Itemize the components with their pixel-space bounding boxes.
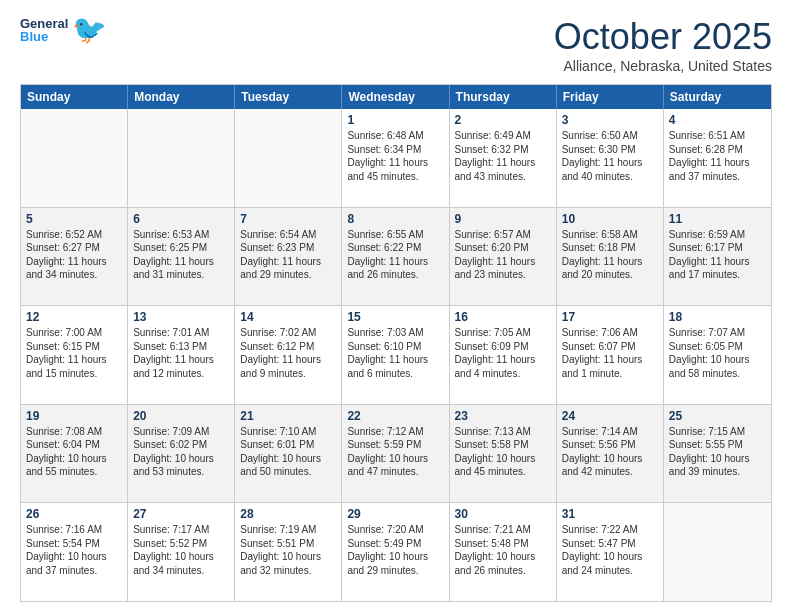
day-number: 10	[562, 212, 658, 226]
table-row: 29Sunrise: 7:20 AM Sunset: 5:49 PM Dayli…	[342, 503, 449, 601]
header-thursday: Thursday	[450, 85, 557, 109]
day-info: Sunrise: 7:20 AM Sunset: 5:49 PM Dayligh…	[347, 523, 443, 577]
day-info: Sunrise: 7:13 AM Sunset: 5:58 PM Dayligh…	[455, 425, 551, 479]
header-tuesday: Tuesday	[235, 85, 342, 109]
day-number: 23	[455, 409, 551, 423]
day-number: 14	[240, 310, 336, 324]
day-info: Sunrise: 6:53 AM Sunset: 6:25 PM Dayligh…	[133, 228, 229, 282]
day-info: Sunrise: 7:08 AM Sunset: 6:04 PM Dayligh…	[26, 425, 122, 479]
day-number: 9	[455, 212, 551, 226]
day-number: 20	[133, 409, 229, 423]
day-info: Sunrise: 6:52 AM Sunset: 6:27 PM Dayligh…	[26, 228, 122, 282]
header-sunday: Sunday	[21, 85, 128, 109]
calendar-row: 1Sunrise: 6:48 AM Sunset: 6:34 PM Daylig…	[21, 109, 771, 208]
table-row: 6Sunrise: 6:53 AM Sunset: 6:25 PM Daylig…	[128, 208, 235, 306]
day-number: 4	[669, 113, 766, 127]
day-number: 25	[669, 409, 766, 423]
day-number: 24	[562, 409, 658, 423]
table-row: 21Sunrise: 7:10 AM Sunset: 6:01 PM Dayli…	[235, 405, 342, 503]
day-info: Sunrise: 7:15 AM Sunset: 5:55 PM Dayligh…	[669, 425, 766, 479]
table-row: 30Sunrise: 7:21 AM Sunset: 5:48 PM Dayli…	[450, 503, 557, 601]
table-row: 5Sunrise: 6:52 AM Sunset: 6:27 PM Daylig…	[21, 208, 128, 306]
day-number: 13	[133, 310, 229, 324]
calendar-body: 1Sunrise: 6:48 AM Sunset: 6:34 PM Daylig…	[21, 109, 771, 601]
logo: General Blue 🐦	[20, 16, 107, 44]
day-number: 2	[455, 113, 551, 127]
header-monday: Monday	[128, 85, 235, 109]
title-block: October 2025 Alliance, Nebraska, United …	[554, 16, 772, 74]
table-row: 12Sunrise: 7:00 AM Sunset: 6:15 PM Dayli…	[21, 306, 128, 404]
table-row	[235, 109, 342, 207]
day-number: 3	[562, 113, 658, 127]
table-row	[128, 109, 235, 207]
day-info: Sunrise: 7:06 AM Sunset: 6:07 PM Dayligh…	[562, 326, 658, 380]
day-info: Sunrise: 7:09 AM Sunset: 6:02 PM Dayligh…	[133, 425, 229, 479]
table-row: 24Sunrise: 7:14 AM Sunset: 5:56 PM Dayli…	[557, 405, 664, 503]
table-row: 23Sunrise: 7:13 AM Sunset: 5:58 PM Dayli…	[450, 405, 557, 503]
table-row: 2Sunrise: 6:49 AM Sunset: 6:32 PM Daylig…	[450, 109, 557, 207]
day-number: 6	[133, 212, 229, 226]
day-number: 17	[562, 310, 658, 324]
day-info: Sunrise: 7:12 AM Sunset: 5:59 PM Dayligh…	[347, 425, 443, 479]
table-row: 3Sunrise: 6:50 AM Sunset: 6:30 PM Daylig…	[557, 109, 664, 207]
table-row: 18Sunrise: 7:07 AM Sunset: 6:05 PM Dayli…	[664, 306, 771, 404]
header-wednesday: Wednesday	[342, 85, 449, 109]
table-row: 28Sunrise: 7:19 AM Sunset: 5:51 PM Dayli…	[235, 503, 342, 601]
day-info: Sunrise: 7:14 AM Sunset: 5:56 PM Dayligh…	[562, 425, 658, 479]
day-number: 28	[240, 507, 336, 521]
table-row: 31Sunrise: 7:22 AM Sunset: 5:47 PM Dayli…	[557, 503, 664, 601]
table-row: 27Sunrise: 7:17 AM Sunset: 5:52 PM Dayli…	[128, 503, 235, 601]
table-row: 14Sunrise: 7:02 AM Sunset: 6:12 PM Dayli…	[235, 306, 342, 404]
table-row: 9Sunrise: 6:57 AM Sunset: 6:20 PM Daylig…	[450, 208, 557, 306]
table-row: 16Sunrise: 7:05 AM Sunset: 6:09 PM Dayli…	[450, 306, 557, 404]
table-row: 13Sunrise: 7:01 AM Sunset: 6:13 PM Dayli…	[128, 306, 235, 404]
table-row: 8Sunrise: 6:55 AM Sunset: 6:22 PM Daylig…	[342, 208, 449, 306]
day-info: Sunrise: 7:16 AM Sunset: 5:54 PM Dayligh…	[26, 523, 122, 577]
day-info: Sunrise: 7:01 AM Sunset: 6:13 PM Dayligh…	[133, 326, 229, 380]
header-saturday: Saturday	[664, 85, 771, 109]
table-row: 1Sunrise: 6:48 AM Sunset: 6:34 PM Daylig…	[342, 109, 449, 207]
day-info: Sunrise: 6:50 AM Sunset: 6:30 PM Dayligh…	[562, 129, 658, 183]
day-info: Sunrise: 7:05 AM Sunset: 6:09 PM Dayligh…	[455, 326, 551, 380]
table-row: 25Sunrise: 7:15 AM Sunset: 5:55 PM Dayli…	[664, 405, 771, 503]
day-number: 16	[455, 310, 551, 324]
day-number: 29	[347, 507, 443, 521]
day-info: Sunrise: 6:59 AM Sunset: 6:17 PM Dayligh…	[669, 228, 766, 282]
day-number: 11	[669, 212, 766, 226]
calendar-row: 19Sunrise: 7:08 AM Sunset: 6:04 PM Dayli…	[21, 405, 771, 504]
day-number: 12	[26, 310, 122, 324]
day-info: Sunrise: 7:21 AM Sunset: 5:48 PM Dayligh…	[455, 523, 551, 577]
day-info: Sunrise: 6:51 AM Sunset: 6:28 PM Dayligh…	[669, 129, 766, 183]
day-info: Sunrise: 7:07 AM Sunset: 6:05 PM Dayligh…	[669, 326, 766, 380]
day-number: 18	[669, 310, 766, 324]
logo-blue-text: Blue	[20, 30, 68, 43]
table-row: 17Sunrise: 7:06 AM Sunset: 6:07 PM Dayli…	[557, 306, 664, 404]
day-number: 30	[455, 507, 551, 521]
table-row: 22Sunrise: 7:12 AM Sunset: 5:59 PM Dayli…	[342, 405, 449, 503]
day-info: Sunrise: 7:19 AM Sunset: 5:51 PM Dayligh…	[240, 523, 336, 577]
day-info: Sunrise: 7:10 AM Sunset: 6:01 PM Dayligh…	[240, 425, 336, 479]
table-row	[664, 503, 771, 601]
logo-letters: General Blue	[20, 17, 68, 43]
day-info: Sunrise: 7:03 AM Sunset: 6:10 PM Dayligh…	[347, 326, 443, 380]
day-info: Sunrise: 6:48 AM Sunset: 6:34 PM Dayligh…	[347, 129, 443, 183]
day-info: Sunrise: 6:55 AM Sunset: 6:22 PM Dayligh…	[347, 228, 443, 282]
day-number: 31	[562, 507, 658, 521]
header-friday: Friday	[557, 85, 664, 109]
day-info: Sunrise: 6:54 AM Sunset: 6:23 PM Dayligh…	[240, 228, 336, 282]
calendar-row: 5Sunrise: 6:52 AM Sunset: 6:27 PM Daylig…	[21, 208, 771, 307]
day-info: Sunrise: 6:57 AM Sunset: 6:20 PM Dayligh…	[455, 228, 551, 282]
calendar-row: 12Sunrise: 7:00 AM Sunset: 6:15 PM Dayli…	[21, 306, 771, 405]
day-info: Sunrise: 7:02 AM Sunset: 6:12 PM Dayligh…	[240, 326, 336, 380]
day-number: 22	[347, 409, 443, 423]
day-number: 27	[133, 507, 229, 521]
table-row: 20Sunrise: 7:09 AM Sunset: 6:02 PM Dayli…	[128, 405, 235, 503]
day-number: 19	[26, 409, 122, 423]
day-number: 21	[240, 409, 336, 423]
table-row: 7Sunrise: 6:54 AM Sunset: 6:23 PM Daylig…	[235, 208, 342, 306]
logo-bird-icon: 🐦	[72, 16, 107, 44]
day-number: 5	[26, 212, 122, 226]
day-number: 8	[347, 212, 443, 226]
day-number: 7	[240, 212, 336, 226]
table-row: 4Sunrise: 6:51 AM Sunset: 6:28 PM Daylig…	[664, 109, 771, 207]
